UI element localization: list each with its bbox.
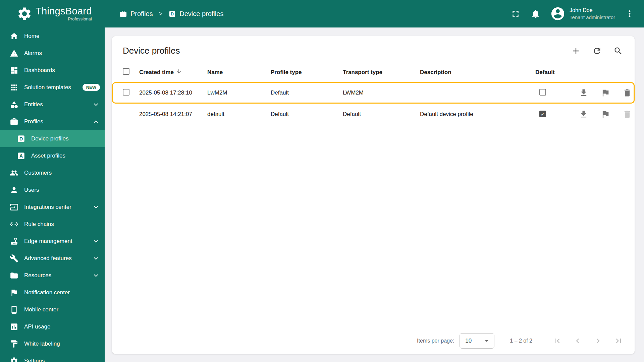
app-logo[interactable]: ThingsBoard Professional [0,6,105,21]
sidebar-item-white-labeling[interactable]: White labeling [0,335,105,352]
sidebar-item-label: Resources [24,272,51,279]
svg-text:D: D [171,12,174,16]
svg-text:A: A [19,153,23,159]
last-page-button[interactable] [614,336,623,346]
select-all-checkbox[interactable] [123,68,129,75]
cell-profile-type: Default [271,89,343,96]
sidebar-item-label: Home [24,33,39,40]
people-icon [10,169,18,177]
cell-created-time: 2025-05-08 14:21:07 [139,111,207,118]
sidebar-item-asset-profiles[interactable]: A Asset profiles [0,147,105,164]
flag-icon [601,88,610,98]
header-cell-name[interactable]: Name [207,69,271,76]
sidebar-item-integrations-center[interactable]: Integrations center [0,198,105,216]
cell-transport-type: LWM2M [343,89,420,96]
add-device-profile-button[interactable] [571,46,581,56]
fullscreen-button[interactable] [510,8,521,19]
flag-icon [10,288,18,297]
page-size-select[interactable]: 10 [460,333,494,349]
notifications-button[interactable] [530,8,541,19]
delete-profile-button[interactable] [623,88,632,98]
row-checkbox[interactable] [123,89,129,96]
cell-select [112,89,139,97]
sidebar-item-rule-chains[interactable]: Rule chains [0,216,105,233]
sidebar-item-api-usage[interactable]: API usage [0,318,105,335]
header-cell-profile-type[interactable]: Profile type [271,69,343,76]
column-label: Transport type [343,69,382,76]
column-label: Default [535,69,555,76]
next-page-button[interactable] [593,336,603,346]
header-cell-created-time[interactable]: Created time [139,68,207,76]
sidebar-item-settings[interactable]: Settings [0,352,105,362]
sidebar-item-advanced-features[interactable]: Advanced features [0,250,105,267]
default-checkbox[interactable] [539,89,546,96]
sidebar-item-dashboards[interactable]: Dashboards [0,62,105,79]
user-menu[interactable]: John Doe Tenant administrator [550,6,615,21]
breadcrumb-parent-label: Profiles [130,10,153,18]
tools-icon [10,254,18,263]
more-menu-button[interactable] [624,8,635,19]
chevron-down-icon [92,254,100,262]
export-profile-button[interactable] [579,88,588,98]
make-default-button[interactable] [601,110,610,119]
sidebar-item-users[interactable]: Users [0,181,105,198]
cell-description: Default device profile [420,111,535,118]
default-checkbox[interactable] [539,111,546,117]
breadcrumb-profiles[interactable]: Profiles [119,10,153,18]
first-page-button[interactable] [552,336,562,346]
sidebar-item-label: Customers [24,170,52,176]
sidebar-item-device-profiles[interactable]: D Device profiles [0,130,105,147]
sidebar-item-label: Asset profiles [31,153,65,159]
previous-page-button[interactable] [573,336,582,346]
column-label: Created time [139,69,174,76]
chevron-right-icon [593,336,603,346]
search-button[interactable] [613,46,623,56]
sidebar-item-customers[interactable]: Customers [0,164,105,181]
header-cell-select-all [112,68,139,76]
breadcrumb-current-label: Device profiles [179,10,223,18]
sidebar: Home Alarms Dashboards Solution template… [0,27,105,362]
sidebar-item-entities[interactable]: Entities [0,96,105,113]
refresh-icon [592,46,602,56]
sidebar-item-resources[interactable]: Resources [0,267,105,284]
sidebar-item-label: Entities [24,101,43,108]
breadcrumb-device-profiles[interactable]: D Device profiles [168,10,223,18]
sidebar-item-alarms[interactable]: Alarms [0,45,105,62]
search-icon [613,46,623,56]
row-actions [575,88,635,98]
export-profile-button[interactable] [579,110,588,119]
sidebar-item-label: Settings [24,358,45,362]
warning-icon [10,49,18,58]
fullscreen-icon [511,9,521,19]
router-icon [10,237,18,246]
column-label: Description [420,69,451,76]
last-page-icon [614,336,623,346]
sidebar-item-profiles[interactable]: Profiles [0,113,105,130]
paint-icon [10,340,18,348]
chevron-down-icon [92,101,100,109]
main-content: Device profiles [105,27,644,362]
header-cell-transport-type[interactable]: Transport type [343,69,420,76]
sidebar-item-solution-templates[interactable]: Solution templates NEW [0,79,105,96]
sidebar-item-mobile-center[interactable]: Mobile center [0,301,105,318]
dashboard-icon [10,66,18,75]
table-row[interactable]: 2025-05-08 17:28:10 LwM2M Default LWM2M [112,82,635,104]
gear-icon [10,357,18,362]
device-profile-icon: D [17,134,25,143]
table-row[interactable]: 2025-05-08 14:21:07 default Default Defa… [112,104,635,125]
header-cell-default[interactable]: Default [535,69,575,76]
make-default-button[interactable] [601,88,610,98]
page-range-label: 1 – 2 of 2 [510,338,532,344]
delete-profile-button [623,110,632,119]
refresh-button[interactable] [592,46,602,56]
sidebar-item-edge-management[interactable]: Edge management [0,233,105,250]
page-title: Device profiles [123,46,180,56]
header-cell-description[interactable]: Description [420,69,535,76]
avatar [550,6,566,21]
sidebar-item-label: API usage [24,323,50,330]
brand-name: ThingsBoard [36,6,92,16]
sidebar-item-home[interactable]: Home [0,27,105,45]
chart-icon [10,322,18,331]
sidebar-item-notification-center[interactable]: Notification center [0,284,105,301]
sort-desc-icon [176,68,182,76]
